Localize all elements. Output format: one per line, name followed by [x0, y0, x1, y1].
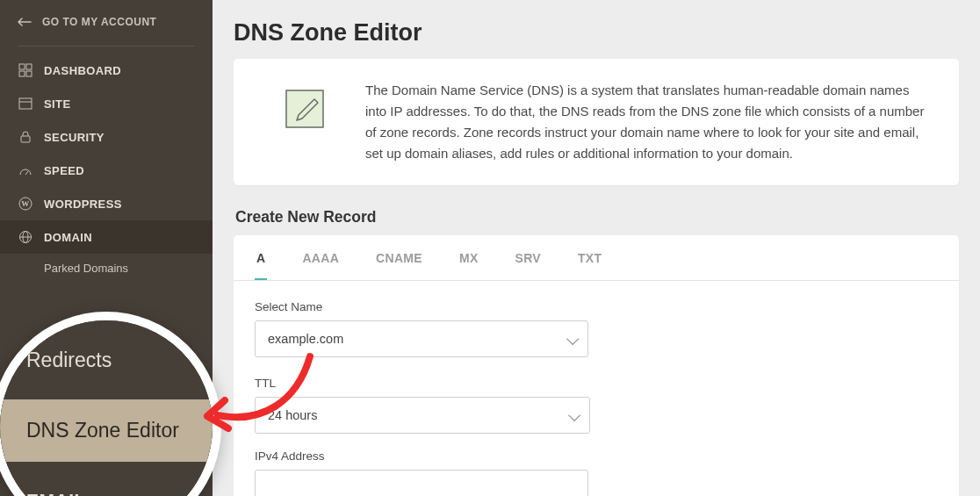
sidebar-subitem-parked-domains[interactable]: Parked Domains [0, 254, 213, 283]
ttl-dropdown[interactable]: 24 hours [255, 397, 590, 434]
lock-icon [18, 130, 33, 144]
create-record-card: A AAAA CNAME MX SRV TXT Select Name exam… [234, 235, 959, 496]
create-record-heading: Create New Record [235, 208, 959, 226]
sidebar-subitem-redirects[interactable]: Redirects [0, 333, 213, 388]
svg-rect-6 [21, 136, 30, 142]
sidebar-item-site[interactable]: SITE [0, 87, 213, 120]
svg-rect-4 [19, 98, 32, 109]
ipv4-input[interactable] [255, 470, 588, 496]
sidebar-item-label: EMAIL [26, 490, 86, 496]
ipv4-field: IPv4 Address [255, 449, 588, 496]
select-name-value: example.com [268, 332, 343, 346]
sidebar-item-label: SPEED [44, 164, 84, 177]
site-icon [18, 97, 33, 111]
sidebar-item-speed[interactable]: SPEED [0, 154, 213, 187]
sidebar-item-email[interactable]: EMAIL [0, 474, 213, 496]
tab-a[interactable]: A [255, 235, 267, 280]
tab-cname[interactable]: CNAME [374, 235, 424, 280]
info-card: The Domain Name Service (DNS) is a syste… [234, 59, 959, 185]
info-text: The Domain Name Service (DNS) is a syste… [365, 80, 927, 164]
dashboard-icon [18, 63, 33, 77]
select-name-field: Select Name example.com [255, 300, 588, 357]
record-type-tabs: A AAAA CNAME MX SRV TXT [234, 235, 959, 281]
svg-rect-0 [19, 64, 25, 69]
svg-line-7 [25, 171, 28, 175]
go-to-account-label: GO TO MY ACCOUNT [42, 16, 156, 28]
edit-document-icon [281, 85, 328, 136]
tab-mx[interactable]: MX [458, 235, 480, 280]
ttl-label: TTL [255, 377, 590, 390]
sidebar-item-label: DASHBOARD [44, 64, 121, 77]
svg-rect-1 [26, 64, 32, 69]
sidebar-subitem-label: Redirects [26, 349, 112, 371]
arrow-left-icon [18, 18, 32, 26]
tab-txt[interactable]: TXT [576, 235, 603, 280]
wordpress-icon: W [18, 197, 33, 211]
tab-srv[interactable]: SRV [514, 235, 543, 280]
sidebar-item-label: WORDPRESS [44, 198, 122, 211]
main-content: DNS Zone Editor The Domain Name Service … [213, 0, 980, 496]
select-name-dropdown[interactable]: example.com [255, 320, 588, 357]
sidebar-item-wordpress[interactable]: W WORDPRESS [0, 187, 213, 220]
go-to-account-link[interactable]: GO TO MY ACCOUNT [0, 0, 213, 39]
svg-text:W: W [21, 199, 29, 208]
speed-icon [18, 163, 33, 177]
sidebar-item-label: DOMAIN [44, 231, 92, 244]
sidebar-subitem-dns-zone-editor[interactable]: DNS Zone Editor [0, 399, 213, 462]
sidebar-item-label: SITE [44, 97, 71, 111]
sidebar-item-security[interactable]: SECURITY [0, 120, 213, 154]
select-name-label: Select Name [255, 300, 588, 313]
svg-rect-2 [19, 71, 25, 76]
ipv4-label: IPv4 Address [255, 449, 588, 463]
ttl-value: 24 hours [268, 408, 317, 422]
svg-rect-3 [26, 71, 32, 76]
sidebar-subitem-label: DNS Zone Editor [26, 419, 179, 442]
ttl-field: TTL 24 hours [255, 377, 590, 434]
sidebar-item-dashboard[interactable]: DASHBOARD [0, 54, 213, 87]
sidebar-item-domain[interactable]: DOMAIN [0, 220, 213, 254]
sidebar-subitem-label: Parked Domains [44, 262, 128, 275]
tab-aaaa[interactable]: AAAA [300, 235, 341, 280]
page-title: DNS Zone Editor [234, 19, 959, 47]
sidebar-item-label: SECURITY [44, 131, 104, 144]
globe-icon [18, 230, 33, 244]
sidebar-divider [18, 46, 195, 47]
